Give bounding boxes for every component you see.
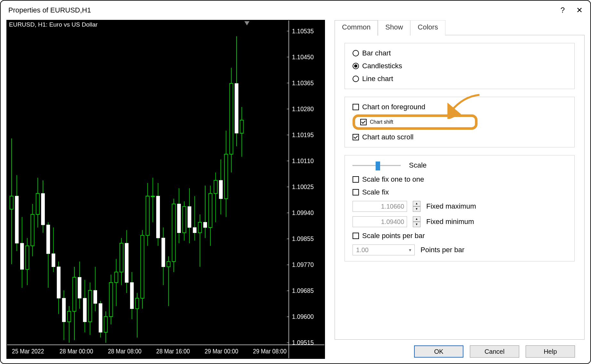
svg-rect-105 <box>193 228 196 233</box>
fixed-max-up[interactable]: ▲ <box>413 201 420 206</box>
svg-rect-113 <box>214 180 217 194</box>
radio-icon <box>353 76 359 82</box>
check-chart-autoscroll[interactable]: Chart auto scroll <box>353 133 567 141</box>
svg-text:1.10195: 1.10195 <box>292 131 314 138</box>
svg-rect-79 <box>125 243 128 283</box>
svg-rect-61 <box>78 277 81 298</box>
svg-text:25 Mar 2022: 25 Mar 2022 <box>12 348 44 355</box>
svg-rect-107 <box>198 222 202 233</box>
svg-rect-81 <box>130 283 133 309</box>
svg-text:1.10365: 1.10365 <box>292 79 314 87</box>
radio-line-chart[interactable]: Line chart <box>353 75 567 83</box>
fixed-max-input[interactable]: 1.10660 <box>353 201 407 212</box>
svg-rect-69 <box>99 303 102 332</box>
checkbox-icon <box>353 134 359 140</box>
svg-text:1.10280: 1.10280 <box>292 105 314 112</box>
svg-rect-71 <box>104 317 107 332</box>
checkbox-icon <box>353 189 359 195</box>
svg-rect-91 <box>156 196 160 238</box>
ppb-label: Points per bar <box>420 246 464 254</box>
svg-rect-89 <box>151 196 154 197</box>
radio-icon <box>353 50 359 56</box>
properties-dialog: Properties of EURUSD,H1 ? ✕ EURUSD, H1: … <box>0 0 591 364</box>
svg-rect-97 <box>172 204 175 261</box>
dialog-buttons: OK Cancel Help <box>335 340 585 359</box>
fixed-max-label: Fixed maximum <box>426 202 476 211</box>
cancel-button[interactable]: Cancel <box>470 345 519 358</box>
svg-text:1.09940: 1.09940 <box>292 209 314 216</box>
radio-icon <box>353 63 359 69</box>
chart-preview: EURUSD, H1: Euro vs US Dollar 1.105351.1… <box>6 20 325 359</box>
checkbox-icon <box>360 119 367 125</box>
svg-rect-115 <box>219 180 222 199</box>
tab-bar: Common Show Colors <box>335 20 585 35</box>
svg-rect-41 <box>26 246 29 269</box>
scale-slider[interactable] <box>353 164 401 167</box>
tab-common[interactable]: Common <box>335 20 378 36</box>
scale-label: Scale <box>409 161 427 170</box>
svg-rect-65 <box>88 290 92 322</box>
checkbox-icon <box>353 104 359 110</box>
tab-colors[interactable]: Colors <box>410 20 445 36</box>
svg-text:1.10535: 1.10535 <box>292 27 314 35</box>
svg-rect-43 <box>31 214 34 246</box>
svg-rect-95 <box>167 261 170 267</box>
svg-text:1.09770: 1.09770 <box>292 261 314 268</box>
svg-rect-75 <box>114 272 118 283</box>
help-icon[interactable]: ? <box>561 6 565 15</box>
radio-candlesticks[interactable]: Candlesticks <box>353 62 567 70</box>
close-icon[interactable]: ✕ <box>576 6 583 15</box>
svg-rect-83 <box>136 298 139 309</box>
fixed-min-input[interactable]: 1.09400 <box>353 216 407 227</box>
checkbox-icon <box>353 233 359 239</box>
svg-text:1.10450: 1.10450 <box>292 53 314 61</box>
check-chart-foreground[interactable]: Chart on foreground <box>353 103 567 111</box>
svg-text:1.09685: 1.09685 <box>292 287 314 294</box>
help-button[interactable]: Help <box>526 345 575 358</box>
check-scale-one-to-one[interactable]: Scale fix one to one <box>353 175 567 184</box>
check-chart-shift[interactable]: Chart shift <box>353 114 478 130</box>
svg-rect-123 <box>240 120 243 133</box>
ppb-combo[interactable]: 1.00 ▾ <box>353 244 415 255</box>
svg-rect-103 <box>188 207 191 228</box>
svg-rect-85 <box>141 236 144 298</box>
fixed-min-up[interactable]: ▲ <box>413 216 420 222</box>
check-scale-ppb[interactable]: Scale points per bar <box>353 232 567 240</box>
svg-rect-117 <box>224 154 228 199</box>
svg-rect-53 <box>57 267 60 298</box>
check-scale-fix[interactable]: Scale fix <box>353 188 567 196</box>
svg-marker-124 <box>245 21 250 25</box>
common-panel: Bar chart Candlesticks Line chart <box>335 35 585 340</box>
svg-rect-47 <box>41 194 45 225</box>
title-bar: Properties of EURUSD,H1 ? ✕ <box>1 1 590 20</box>
svg-text:1.10110: 1.10110 <box>292 157 314 164</box>
checkbox-icon <box>353 176 359 183</box>
svg-rect-121 <box>235 83 238 133</box>
svg-text:1.10025: 1.10025 <box>292 183 314 190</box>
svg-text:1.09600: 1.09600 <box>292 313 314 320</box>
svg-rect-67 <box>94 290 97 303</box>
fixed-min-down[interactable]: ▼ <box>413 222 420 227</box>
svg-text:29 Mar 00:00: 29 Mar 00:00 <box>204 348 238 355</box>
window-title: Properties of EURUSD,H1 <box>8 6 91 14</box>
svg-rect-111 <box>209 194 212 228</box>
scale-group: Scale Scale fix one to one Scale fix 1.1… <box>345 155 575 261</box>
ok-button[interactable]: OK <box>414 345 463 358</box>
svg-text:1.09515: 1.09515 <box>292 339 314 346</box>
svg-rect-109 <box>204 222 207 228</box>
svg-rect-119 <box>229 83 233 154</box>
svg-text:28 Mar 16:00: 28 Mar 16:00 <box>156 348 190 355</box>
tab-show[interactable]: Show <box>378 20 410 36</box>
svg-text:28 Mar 08:00: 28 Mar 08:00 <box>108 348 142 355</box>
svg-text:1.09855: 1.09855 <box>292 235 314 242</box>
svg-rect-87 <box>146 196 149 236</box>
svg-rect-77 <box>120 243 123 272</box>
radio-bar-chart[interactable]: Bar chart <box>353 49 567 57</box>
svg-rect-101 <box>183 207 186 233</box>
svg-text:28 Mar 00:00: 28 Mar 00:00 <box>60 348 93 355</box>
svg-rect-39 <box>21 243 24 269</box>
fixed-min-label: Fixed minimum <box>426 218 474 226</box>
fixed-max-down[interactable]: ▼ <box>413 206 420 212</box>
svg-rect-99 <box>177 204 180 233</box>
svg-rect-63 <box>83 298 86 322</box>
